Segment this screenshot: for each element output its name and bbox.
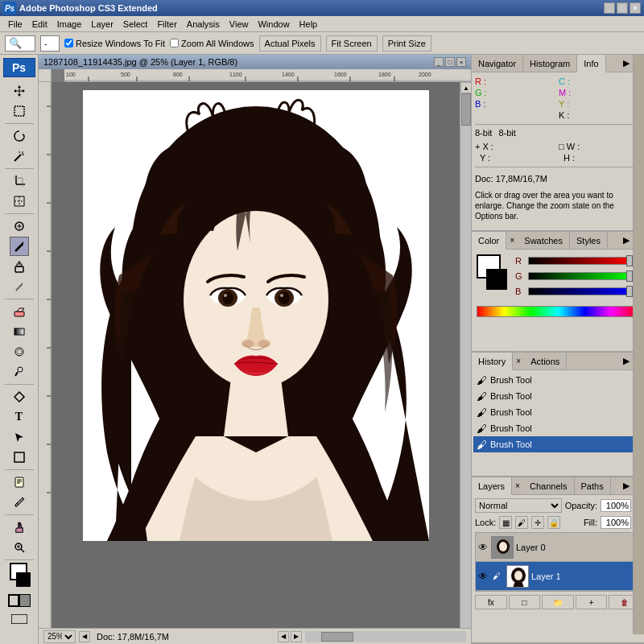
zoom-tool[interactable]: [10, 538, 29, 557]
menu-select[interactable]: Select: [118, 18, 153, 31]
scroll-up-btn[interactable]: ▲: [460, 82, 471, 93]
zoom-in-icon[interactable]: 🔍: [9, 37, 22, 49]
lasso-tool[interactable]: [10, 126, 29, 146]
history-item-3[interactable]: 🖌 Brush Tool: [473, 404, 642, 420]
fill-input[interactable]: [601, 516, 631, 529]
add-mask-btn[interactable]: □: [509, 595, 541, 609]
lock-paint-btn[interactable]: 🖌: [515, 516, 528, 529]
doc-close-btn[interactable]: ×: [456, 57, 466, 67]
print-size-button[interactable]: Print Size: [382, 35, 431, 52]
quick-mask-on[interactable]: [19, 594, 31, 607]
path-select-tool[interactable]: [10, 427, 29, 447]
menu-filter[interactable]: Filter: [152, 18, 181, 31]
menu-view[interactable]: View: [225, 18, 254, 31]
info-panel-menu-btn[interactable]: ▶: [620, 56, 633, 72]
blur-tool[interactable]: [10, 342, 29, 361]
menu-analysis[interactable]: Analysis: [182, 18, 225, 31]
history-brush-tool[interactable]: [10, 277, 29, 296]
fit-screen-button[interactable]: Fit Screen: [326, 35, 378, 52]
scroll-right-btn[interactable]: ▶: [291, 631, 302, 642]
quick-mask-off[interactable]: [8, 594, 19, 607]
tab-color[interactable]: Color: [472, 232, 506, 250]
hand-tool[interactable]: [10, 518, 29, 537]
tab-actions[interactable]: Actions: [524, 353, 567, 370]
zoom-all-windows-checkbox[interactable]: Zoom All Windows: [170, 39, 254, 48]
history-tab-close[interactable]: ×: [513, 353, 524, 370]
background-color-swatch[interactable]: [16, 572, 31, 587]
lock-all-btn[interactable]: 🔒: [547, 516, 560, 529]
eyedropper-tool[interactable]: [10, 493, 29, 512]
doc-maximize-btn[interactable]: □: [445, 57, 455, 67]
scroll-left-btn[interactable]: ◀: [278, 631, 289, 642]
minimize-button[interactable]: _: [604, 2, 615, 14]
horizontal-scrollbar[interactable]: [305, 631, 466, 642]
layer-1-visibility[interactable]: 👁: [477, 571, 489, 582]
status-arrow-left[interactable]: ◀: [79, 631, 90, 642]
close-button[interactable]: ×: [630, 2, 641, 14]
change-screen-mode[interactable]: [5, 609, 34, 629]
tab-info[interactable]: Info: [577, 55, 605, 72]
tab-histogram[interactable]: Histogram: [523, 55, 577, 72]
layer-row-1[interactable]: 👁 🖌 Layer 1: [476, 562, 640, 591]
tab-navigator[interactable]: Navigator: [472, 55, 523, 72]
g-slider[interactable]: [528, 272, 634, 280]
stamp-tool[interactable]: [10, 257, 29, 276]
crop-tool[interactable]: [10, 171, 29, 191]
create-new-layer-btn[interactable]: +: [576, 595, 608, 609]
scroll-thumb-v[interactable]: [461, 93, 471, 126]
tab-styles[interactable]: Styles: [570, 232, 608, 250]
zoom-select[interactable]: 25% 50% 100%: [43, 630, 76, 643]
create-new-group-btn[interactable]: 📁: [542, 595, 574, 609]
color-tab-close[interactable]: ×: [506, 232, 518, 250]
notes-tool[interactable]: [10, 473, 29, 492]
menu-edit[interactable]: Edit: [27, 18, 52, 31]
blend-mode-select[interactable]: Normal Multiply Screen: [475, 498, 562, 513]
history-item-5[interactable]: 🖌 Brush Tool ▼: [473, 436, 642, 452]
tab-paths[interactable]: Paths: [575, 477, 611, 495]
doc-minimize-btn[interactable]: _: [434, 57, 444, 67]
history-item-1[interactable]: 🖌 Brush Tool: [473, 372, 642, 388]
resize-windows-checkbox[interactable]: Resize Windows To Fit: [64, 39, 165, 48]
scroll-thumb-h[interactable]: [321, 632, 353, 642]
add-layer-style-btn[interactable]: fx: [475, 595, 507, 609]
lock-transparent-btn[interactable]: ▦: [499, 516, 512, 529]
shape-tool[interactable]: [10, 448, 29, 467]
menu-file[interactable]: File: [3, 18, 27, 31]
lock-position-btn[interactable]: ✛: [531, 516, 544, 529]
tab-layers[interactable]: Layers: [472, 477, 512, 495]
color-panel-menu[interactable]: ▶: [620, 233, 633, 249]
image-canvas[interactable]: [52, 82, 460, 644]
magic-wand-tool[interactable]: [10, 147, 29, 166]
brush-tool[interactable]: [10, 237, 29, 256]
history-item-4[interactable]: 🖌 Brush Tool: [473, 420, 642, 436]
zoom-out-btn[interactable]: -: [40, 35, 60, 52]
bg-color-box[interactable]: [486, 269, 507, 290]
menu-window[interactable]: Window: [253, 18, 294, 31]
layers-tab-close[interactable]: ×: [512, 477, 523, 495]
marquee-tool[interactable]: [10, 101, 29, 121]
tab-channels[interactable]: Channels: [523, 477, 574, 495]
eraser-tool[interactable]: [10, 302, 29, 321]
tab-history[interactable]: History: [472, 353, 513, 370]
color-spectrum-bar[interactable]: [477, 306, 639, 317]
menu-layer[interactable]: Layer: [86, 18, 118, 31]
type-tool[interactable]: T: [10, 407, 29, 427]
tab-swatches[interactable]: Swatches: [518, 232, 570, 250]
dodge-tool[interactable]: [10, 362, 29, 382]
healing-brush-tool[interactable]: [10, 217, 29, 236]
layers-panel-menu[interactable]: ▶: [620, 478, 633, 494]
history-item-2[interactable]: 🖌 Brush Tool: [473, 388, 642, 404]
b-slider[interactable]: [528, 287, 634, 295]
pen-tool[interactable]: [10, 387, 29, 407]
menu-image[interactable]: Image: [52, 18, 87, 31]
history-panel-menu[interactable]: ▶: [620, 353, 633, 369]
opacity-input[interactable]: [601, 499, 631, 512]
layer-row-0[interactable]: 👁 Layer 0: [476, 533, 640, 562]
gradient-tool[interactable]: [10, 322, 29, 341]
maximize-button[interactable]: □: [617, 2, 628, 14]
vertical-scrollbar[interactable]: ▲ ▼: [460, 82, 471, 644]
actual-pixels-button[interactable]: Actual Pixels: [259, 35, 321, 52]
layer-0-visibility[interactable]: 👁: [477, 542, 489, 553]
slice-tool[interactable]: [10, 192, 29, 211]
menu-help[interactable]: Help: [295, 18, 323, 31]
